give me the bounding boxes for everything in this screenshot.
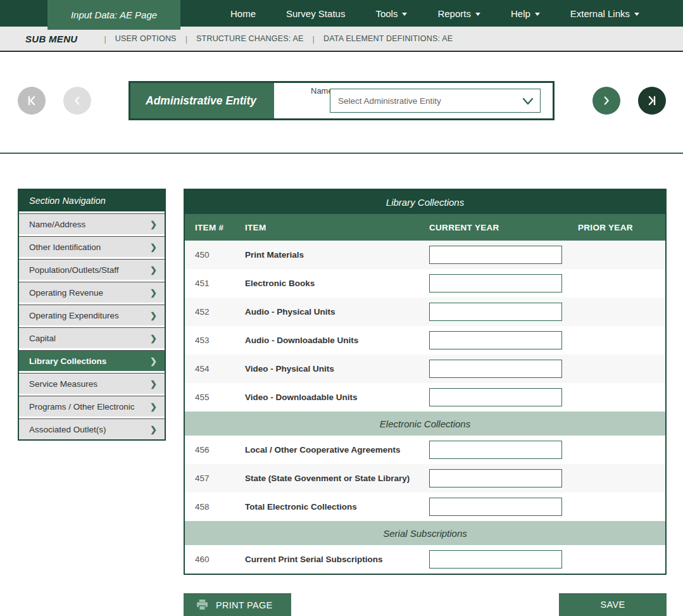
col-prior-year: PRIOR YEAR: [578, 223, 665, 232]
item-label: Video - Physical Units: [245, 364, 429, 374]
submenu-separator: |: [313, 34, 315, 44]
submenu-link-data-element-definitions-ae[interactable]: DATA ELEMENT DEFINITIONS: AE: [323, 34, 453, 43]
current-year-input-450[interactable]: [429, 246, 562, 264]
table-row: 460Current Print Serial Subscriptions: [185, 545, 665, 574]
current-year-cell: [429, 469, 578, 487]
current-year-input-455[interactable]: [429, 388, 562, 406]
chevron-right-icon: ❯: [150, 265, 157, 275]
save-label: SAVE: [601, 600, 625, 610]
sidebar-item-label: Library Collections: [29, 356, 106, 366]
current-year-input-456[interactable]: [429, 441, 562, 459]
next-entity-button[interactable]: [592, 87, 620, 115]
chevron-left-icon: [72, 95, 83, 106]
menu-item-label: External Links: [570, 8, 630, 19]
submenu-separator: |: [104, 34, 106, 44]
chevron-right-icon: ❯: [150, 402, 157, 412]
sidebar-item-library-collections[interactable]: Library Collections❯: [19, 350, 165, 371]
sidebar-item-label: Associated Outlet(s): [29, 425, 106, 434]
chevron-right-icon: ❯: [150, 379, 157, 389]
sidebar-item-other-identification[interactable]: Other Identification❯: [19, 236, 165, 257]
current-year-cell: [429, 274, 578, 292]
item-label: Local / Other Cooperative Agreements: [245, 445, 429, 455]
first-entity-button[interactable]: [18, 87, 46, 115]
submenu-link-user-options[interactable]: USER OPTIONS: [115, 34, 177, 43]
current-year-input-454[interactable]: [429, 360, 562, 378]
current-year-cell: [429, 388, 578, 406]
chevron-down-icon: [522, 96, 534, 106]
current-year-cell: [429, 246, 578, 264]
section-navigation-title: Section Navigation: [19, 190, 165, 211]
menu-item-external-links[interactable]: External Links: [564, 8, 646, 19]
sidebar-item-associated-outlet-s-[interactable]: Associated Outlet(s)❯: [19, 418, 165, 439]
current-year-input-458[interactable]: [429, 498, 562, 516]
print-page-button[interactable]: PRINT PAGE: [184, 593, 291, 616]
administrative-entity-label: Administrative Entity: [130, 83, 274, 118]
caret-down-icon: [535, 13, 540, 16]
sidebar-item-name-address[interactable]: Name/Address❯: [19, 213, 165, 234]
item-label: Print Materials: [245, 250, 429, 260]
last-entity-button[interactable]: [638, 87, 666, 115]
sidebar-item-capital[interactable]: Capital❯: [19, 327, 165, 348]
item-label: Electronic Books: [245, 279, 429, 288]
sidebar-item-label: Service Measures: [29, 379, 97, 389]
active-page-tab-label: Input Data: AE Page: [71, 9, 157, 20]
chevron-right-icon: ❯: [150, 220, 157, 229]
sidebar-item-operating-expenditures[interactable]: Operating Expenditures❯: [19, 305, 165, 325]
sidebar-item-label: Operating Revenue: [29, 288, 103, 298]
last-page-icon: [646, 94, 658, 107]
table-section-header: Electronic Collections: [185, 412, 665, 436]
action-buttons-row: PRINT PAGE SAVE: [0, 593, 683, 616]
current-year-cell: [429, 550, 578, 569]
save-button[interactable]: SAVE: [559, 593, 667, 616]
main-menu: HomeSurvey StatusToolsReportsHelpExterna…: [215, 0, 683, 27]
administrative-entity-select-value: Select Administrative Entity: [338, 96, 441, 106]
top-navigation-bar: Input Data: AE Page HomeSurvey StatusToo…: [0, 0, 683, 27]
menu-item-label: Survey Status: [286, 8, 345, 19]
sub-menu-bar: SUB MENU |USER OPTIONS|STRUCTURE CHANGES…: [0, 27, 683, 52]
sidebar-item-label: Capital: [29, 334, 56, 343]
first-page-icon: [25, 94, 38, 107]
current-year-input-460[interactable]: [429, 550, 562, 569]
item-number: 451: [185, 279, 245, 288]
current-year-input-453[interactable]: [429, 331, 562, 349]
administrative-entity-select[interactable]: Select Administrative Entity: [330, 89, 541, 113]
menu-item-home[interactable]: Home: [224, 8, 262, 19]
sidebar-item-programs-other-electronic[interactable]: Programs / Other Electronic❯: [19, 396, 165, 417]
sidebar-item-label: Programs / Other Electronic: [29, 402, 135, 412]
previous-entity-button[interactable]: [63, 87, 91, 115]
chevron-right-icon: [601, 95, 612, 106]
menu-item-survey-status[interactable]: Survey Status: [280, 8, 351, 19]
current-year-cell: [429, 303, 578, 321]
main-content: Section Navigation Name/Address❯Other Id…: [0, 189, 683, 575]
current-year-input-452[interactable]: [429, 303, 562, 321]
item-number: 452: [185, 307, 245, 317]
caret-down-icon: [634, 13, 639, 16]
col-item-number: ITEM #: [185, 223, 245, 232]
submenu-link-structure-changes-ae[interactable]: STRUCTURE CHANGES: AE: [196, 34, 304, 43]
table-title: Library Collections: [185, 190, 665, 214]
sidebar-item-label: Population/Outlets/Staff: [29, 265, 119, 275]
current-year-cell: [429, 441, 578, 459]
chevron-right-icon: ❯: [150, 356, 157, 366]
active-page-tab[interactable]: Input Data: AE Page: [47, 0, 180, 30]
current-year-cell: [429, 360, 578, 378]
sidebar-item-service-measures[interactable]: Service Measures❯: [19, 373, 165, 394]
current-year-input-451[interactable]: [429, 274, 562, 292]
sidebar-item-operating-revenue[interactable]: Operating Revenue❯: [19, 282, 165, 303]
table-row: 457State (State Govenment or State Libra…: [185, 464, 665, 493]
item-number: 450: [185, 250, 245, 260]
table-row: 458Total Electronic Collections: [185, 493, 665, 521]
entity-name-area: Name Select Administrative Entity: [274, 83, 553, 118]
caret-down-icon: [402, 13, 407, 16]
printer-icon: [196, 600, 208, 610]
sidebar-item-population-outlets-staff[interactable]: Population/Outlets/Staff❯: [19, 259, 165, 280]
menu-item-reports[interactable]: Reports: [431, 8, 487, 19]
chevron-right-icon: ❯: [150, 425, 157, 434]
col-current-year: CURRENT YEAR: [429, 223, 578, 232]
administrative-entity-widget: Administrative Entity Name Select Admini…: [128, 81, 555, 120]
menu-item-help[interactable]: Help: [504, 8, 546, 19]
current-year-input-457[interactable]: [429, 469, 562, 487]
menu-item-tools[interactable]: Tools: [369, 8, 413, 19]
chevron-right-icon: ❯: [150, 242, 157, 252]
table-row: 454Video - Physical Units: [185, 355, 665, 383]
